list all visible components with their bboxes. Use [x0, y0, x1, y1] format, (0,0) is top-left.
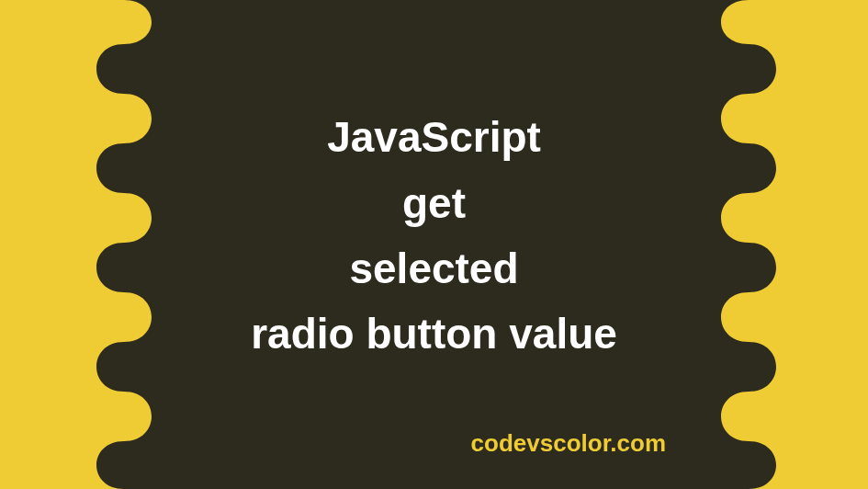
title-line: JavaScript: [251, 105, 617, 170]
site-url: codevscolor.com: [471, 429, 666, 458]
content-area: JavaScript get selected radio button val…: [0, 0, 868, 489]
title: JavaScript get selected radio button val…: [251, 105, 617, 367]
title-line: get: [251, 171, 617, 236]
title-line: selected: [251, 236, 617, 301]
title-line: radio button value: [251, 301, 617, 367]
